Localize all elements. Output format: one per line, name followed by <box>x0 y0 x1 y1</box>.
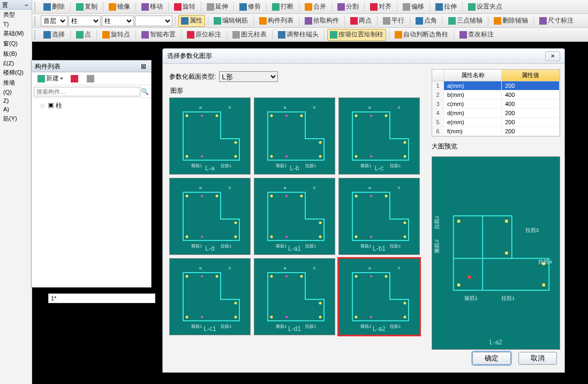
toolbar-btn-打断[interactable]: 打断 <box>269 1 296 13</box>
prop-value[interactable]: 200 <box>502 118 560 127</box>
toolbar-btn-三点辅轴[interactable]: 三点辅轴 <box>446 15 485 27</box>
toolbar-btn-拉伸[interactable]: 拉伸 <box>433 1 459 13</box>
svg-point-3 <box>235 155 237 158</box>
ok-button[interactable]: 确定 <box>472 352 511 365</box>
property-row[interactable]: 2 b(mm) 400 <box>432 91 560 100</box>
search-input[interactable] <box>34 87 140 96</box>
shape-option-L-d1[interactable]: a b 箍筋1 拉筋1 L-d1 <box>254 258 335 335</box>
dock-node[interactable]: 基础(M) <box>0 28 32 39</box>
close-icon[interactable]: ✕ <box>545 51 560 61</box>
toolbar-btn-两点[interactable]: 两点 <box>348 15 374 27</box>
property-row[interactable]: 4 d(mm) 200 <box>432 109 560 118</box>
toolbar-btn-构件列表[interactable]: 构件列表 <box>257 15 296 27</box>
pin-icon[interactable]: ⫟ <box>24 0 29 10</box>
prop-value[interactable]: 400 <box>502 91 560 100</box>
toolbar-btn-删除[interactable]: 删除 <box>41 1 67 13</box>
prop-value[interactable]: 200 <box>502 81 560 91</box>
new-button[interactable]: 新建 <box>35 73 66 85</box>
category2-select[interactable]: 柱 <box>102 16 134 26</box>
dock-node[interactable]: 类型 <box>0 10 32 20</box>
dock-node[interactable]: 筋(Y) <box>0 114 32 124</box>
row-index: 5 <box>432 118 444 127</box>
shape-option-L-b1[interactable]: a b 箍筋1 拉筋1 L-b1 <box>338 178 420 255</box>
component-tree[interactable]: ▣ 柱 <box>32 98 151 114</box>
property-row[interactable]: 1 a(mm) 200 <box>432 81 560 91</box>
dock-node[interactable]: £(Z) <box>0 59 32 67</box>
svg-point-59 <box>404 222 406 224</box>
toolbar-btn-镜像[interactable]: 镜像 <box>106 1 133 13</box>
shape-caption: L-a2 <box>339 325 419 333</box>
dialog-titlebar[interactable]: 选择参数化图形 ✕ <box>163 49 564 64</box>
svg-point-39 <box>201 236 203 238</box>
svg-text:a: a <box>368 105 371 110</box>
dock-node[interactable]: 楼梯(Q) <box>0 67 32 78</box>
sub-select[interactable] <box>135 16 172 26</box>
toolbar-btn-拾取构件[interactable]: 拾取构件 <box>302 15 342 27</box>
dock-node[interactable]: (Q) <box>0 88 32 96</box>
toolbar-btn-点[interactable]: 点 <box>73 29 94 41</box>
svg-point-23 <box>385 115 388 117</box>
copy-icon[interactable] <box>84 73 98 85</box>
prop-value[interactable]: 400 <box>502 100 560 109</box>
dock-node[interactable]: T) <box>0 20 32 28</box>
shape-option-L-c1[interactable]: a b 箍筋1 拉筋1 L-c1 <box>169 258 251 335</box>
svg-point-38 <box>201 195 203 197</box>
property-row[interactable]: 5 e(mm) 200 <box>432 118 560 127</box>
shape-option-L-c[interactable]: a b 箍筋1 拉筋1 L-c <box>338 97 420 175</box>
close-icon[interactable]: ⊠ <box>139 61 148 72</box>
shape-option-L-a[interactable]: a b 箍筋1 拉筋1 L-a <box>169 97 251 175</box>
dock-node[interactable]: 窗(Q) <box>0 39 32 49</box>
toolbar-btn-修剪[interactable]: 修剪 <box>237 1 263 13</box>
floor-select[interactable]: 首层 <box>41 16 67 26</box>
toolbar-btn-自动判断边角柱[interactable]: 自动判断边角柱 <box>392 29 451 41</box>
toolbar-btn-复制[interactable]: 复制 <box>73 1 100 13</box>
shape-preview: 拉筋3 拉筋4 箍筋1 拉筋1 箍筋2 拉筋2 L-a2 <box>432 156 560 350</box>
toolbar-btn-旋转点[interactable]: 旋转点 <box>100 29 133 41</box>
toolbar-btn-智能布置[interactable]: 智能布置 <box>139 29 178 41</box>
toolbar-btn-设置夹点[interactable]: 设置夹点 <box>465 1 505 13</box>
dock-node[interactable]: A) <box>0 105 32 114</box>
toolbar-btn-删除辅轴[interactable]: 删除辅轴 <box>491 15 531 27</box>
shape-option-L-a1[interactable]: a b 箍筋1 拉筋1 L-a1 <box>254 178 335 255</box>
toolbar-btn-查改标注[interactable]: 查改标注 <box>457 29 496 41</box>
shape-caption: L-b <box>254 164 335 172</box>
svg-point-24 <box>355 155 358 158</box>
category1-select[interactable]: 柱 <box>69 16 101 26</box>
tree-item[interactable]: ▣ 柱 <box>37 101 146 110</box>
section-type-select[interactable]: L形 <box>219 71 278 82</box>
toolbar-btn-旋转[interactable]: 旋转 <box>171 1 198 13</box>
toolbar-btn-调整柱端头[interactable]: 调整柱端头 <box>275 29 321 41</box>
toolbar-btn-尺寸标注[interactable]: 尺寸标注 <box>537 15 576 27</box>
toolbar-btn-对齐[interactable]: 对齐 <box>367 1 394 13</box>
property-row[interactable]: 6 f(mm) 200 <box>432 127 560 136</box>
dock-node[interactable]: 板(B) <box>0 49 32 59</box>
search-icon[interactable]: 🔍 <box>140 88 149 95</box>
shape-option-L-d[interactable]: a b 箍筋1 拉筋1 L-d <box>169 178 251 255</box>
toolbar-btn-按墙位置绘制柱[interactable]: 按墙位置绘制柱 <box>327 29 386 41</box>
svg-point-77 <box>270 275 273 278</box>
toolbar-btn-分割[interactable]: 分割 <box>335 1 361 13</box>
dock-node[interactable]: 推墙 <box>0 78 32 88</box>
shape-option-L-a2[interactable]: a b 箍筋1 拉筋1 L-a2 <box>338 258 420 335</box>
cancel-button[interactable]: 取消 <box>518 352 557 365</box>
shape-caption: L-c1 <box>170 325 250 333</box>
dock-node[interactable]: Z) <box>0 96 32 105</box>
property-row[interactable]: 3 c(mm) 400 <box>432 100 560 109</box>
toolbar-btn-属性[interactable]: 属性 <box>178 15 205 27</box>
delete-icon[interactable] <box>68 73 82 85</box>
svg-text:拉筋3: 拉筋3 <box>525 227 539 233</box>
toolbar-btn-选择[interactable]: 选择 <box>41 29 67 41</box>
toolbar-btn-移动[interactable]: 移动 <box>139 1 165 13</box>
toolbar-btn-图元柱表[interactable]: 图元柱表 <box>230 29 269 41</box>
prop-value[interactable]: 200 <box>502 109 560 118</box>
prop-value[interactable]: 200 <box>502 127 560 136</box>
toolbar-btn-延伸[interactable]: 延伸 <box>204 1 231 13</box>
svg-point-2 <box>186 155 189 158</box>
toolbar-btn-原位标注[interactable]: 原位标注 <box>184 29 224 41</box>
toolbar-btn-编辑钢筋[interactable]: 编辑钢筋 <box>211 15 251 27</box>
toolbar-btn-偏移[interactable]: 偏移 <box>400 1 427 13</box>
toolbar-btn-点角[interactable]: 点角 <box>413 15 440 27</box>
toolbar-btn-合并[interactable]: 合并 <box>302 1 329 13</box>
shape-option-L-b[interactable]: a b 箍筋1 拉筋1 L-b <box>254 97 335 175</box>
toolbar-btn-平行[interactable]: 平行 <box>380 15 407 27</box>
